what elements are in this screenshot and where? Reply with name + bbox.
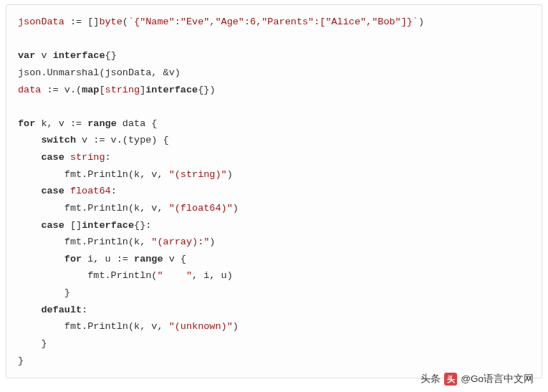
keyword: default [41, 305, 82, 315]
type: string [70, 152, 105, 163]
code-line: jsonData := []byte(`{"Name":"Eve","Age":… [18, 16, 424, 27]
keyword: range [87, 118, 117, 129]
watermark: 头条 头 @Go语言中文网 [420, 371, 534, 388]
code-line: fmt.Println(" ", i, u) [18, 270, 233, 281]
keyword: for [64, 254, 82, 264]
code-line: fmt.Println(k, v, "(unknown)") [18, 321, 239, 332]
string-literal: "(string)" [169, 169, 227, 180]
code-line: } [18, 338, 47, 349]
code-line: fmt.Println(k, v, "(string)") [18, 169, 233, 180]
code-line: var v interface{} [18, 50, 117, 61]
code-line: json.Unmarshal(jsonData, &v) [18, 67, 181, 78]
code-line: default: [18, 305, 87, 315]
string-literal: "(float64)" [169, 203, 233, 214]
code-line: for i, u := range v { [18, 254, 186, 264]
var-name: data [18, 85, 41, 95]
code-line: case float64: [18, 186, 117, 196]
code-line: } [18, 355, 24, 366]
string-literal: `{"Name":"Eve","Age":6,"Parents":["Alice… [128, 16, 418, 27]
code-line: fmt.Println(k, v, "(float64)") [18, 203, 239, 214]
code-line: switch v := v.(type) { [18, 135, 169, 145]
code-block: jsonData := []byte(`{"Name":"Eve","Age":… [6, 4, 542, 378]
keyword: case [41, 220, 64, 231]
code-line: data := v.(map[string]interface{}) [18, 85, 216, 95]
type: string [105, 85, 140, 95]
watermark-prefix: 头条 [420, 371, 441, 388]
code-line: case string: [18, 152, 111, 163]
keyword: interface [53, 50, 105, 61]
keyword: interface [82, 220, 134, 231]
keyword: case [41, 152, 64, 163]
var-name: jsonData [18, 16, 64, 27]
keyword: var [18, 50, 35, 61]
code-line: } [18, 287, 70, 298]
watermark-handle: @Go语言中文网 [461, 371, 534, 388]
type: byte [99, 16, 122, 27]
string-literal: "(array):" [151, 236, 209, 247]
keyword: case [41, 186, 64, 196]
keyword: range [134, 254, 163, 264]
keyword: switch [41, 135, 76, 145]
string-literal: "(unknown)" [169, 321, 233, 332]
code-line: case []interface{}: [18, 220, 151, 231]
keyword: map [82, 85, 99, 95]
string-literal: " " [157, 270, 192, 281]
toutiao-icon: 头 [444, 373, 457, 386]
keyword: for [18, 118, 35, 129]
type: float64 [70, 186, 111, 196]
keyword: interface [145, 85, 198, 95]
code-line: for k, v := range data { [18, 118, 157, 129]
code-line: fmt.Println(k, "(array):") [18, 236, 215, 247]
